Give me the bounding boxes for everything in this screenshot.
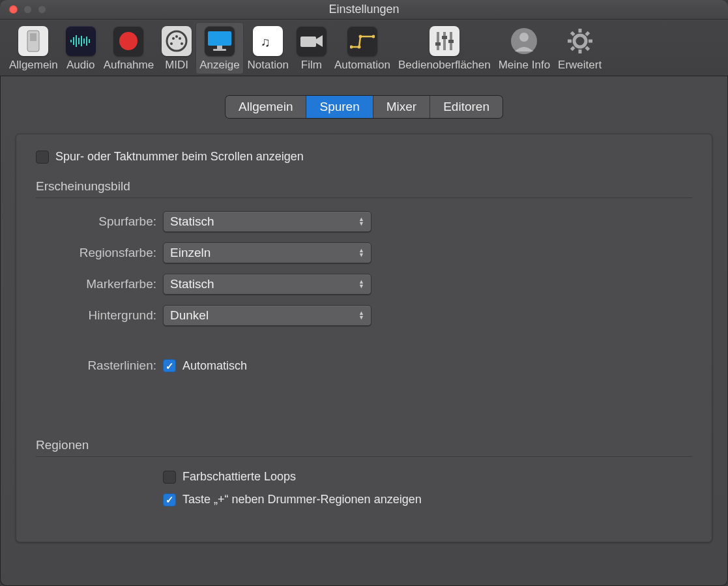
scroll-number-checkbox[interactable] (36, 151, 49, 164)
svg-rect-29 (443, 32, 446, 50)
svg-line-42 (571, 33, 574, 35)
regions-header: Regionen (36, 438, 692, 452)
switch-icon (18, 26, 48, 56)
wave-icon (66, 26, 96, 56)
background-label: Hintergrund: (36, 308, 163, 323)
toolbar-item-general[interactable]: Allgemein (5, 22, 62, 74)
svg-rect-6 (81, 36, 82, 46)
svg-text:♫: ♫ (261, 35, 270, 49)
svg-rect-3 (73, 37, 74, 45)
camera-icon (297, 26, 327, 56)
toolbar-item-display[interactable]: Anzeige (196, 22, 243, 74)
svg-point-27 (371, 35, 375, 38)
toolbar-item-film[interactable]: Film (293, 22, 330, 74)
toolbar-label: Aufnahme (104, 59, 154, 72)
region-color-select[interactable]: Einzeln ▲▼ (163, 242, 371, 263)
marker-color-select[interactable]: Statisch ▲▼ (163, 274, 371, 295)
chevron-updown-icon: ▲▼ (358, 311, 364, 320)
scroll-number-row: Spur- oder Taktnummer beim Scrollen anze… (36, 150, 692, 164)
preferences-window: Einstellungen AllgemeinAudioAufnahmeMIDI… (0, 0, 728, 586)
svg-rect-31 (435, 42, 441, 46)
svg-point-36 (574, 35, 586, 47)
svg-point-35 (519, 33, 529, 42)
minimize-button[interactable] (23, 5, 32, 14)
toolbar-item-audio[interactable]: Audio (62, 22, 100, 74)
svg-point-24 (350, 46, 353, 49)
tab-editors[interactable]: Editoren (430, 96, 502, 118)
curve-icon (347, 26, 377, 56)
plus_drummer-row: Taste „+“ neben Drummer-Regionen anzeige… (163, 493, 692, 506)
close-button[interactable] (9, 5, 18, 14)
tab-mixer[interactable]: Mixer (373, 96, 430, 118)
gridlines-checkbox[interactable] (163, 359, 176, 372)
settings-panel: Spur- oder Taktnummer beim Scrollen anze… (16, 134, 712, 542)
shaded_loops-row: Farbschattierte Loops (163, 470, 692, 484)
toolbar-item-advanced[interactable]: Erweitert (554, 22, 605, 74)
chevron-updown-icon: ▲▼ (358, 248, 364, 257)
marker-color-value: Statisch (170, 277, 214, 291)
toolbar-label: Meine Info (499, 59, 550, 72)
track-color-value: Statisch (170, 214, 214, 229)
region-color-label: Regionsfarbe: (36, 246, 163, 260)
svg-point-10 (119, 32, 138, 50)
plus_drummer-checkbox[interactable] (163, 493, 176, 506)
gridlines-value-label: Automatisch (182, 359, 247, 373)
background-row: Hintergrund: Dunkel ▲▼ (36, 305, 692, 326)
svg-rect-5 (78, 38, 80, 44)
tab-tracks[interactable]: Spuren (306, 96, 373, 118)
toolbar-label: Bedienoberflächen (398, 59, 491, 72)
gridlines-row: Rasterlinien: Automatisch (36, 359, 692, 373)
svg-rect-9 (89, 39, 90, 43)
toolbar-label: Film (301, 59, 322, 72)
svg-rect-22 (300, 37, 316, 47)
divider (36, 198, 692, 198)
svg-rect-7 (83, 38, 85, 44)
gear-icon (565, 26, 595, 56)
shaded_loops-checkbox[interactable] (163, 471, 176, 484)
toolbar-item-myinfo[interactable]: Meine Info (495, 22, 554, 74)
background-value: Dunkel (170, 308, 209, 323)
toolbar-label: Anzeige (199, 59, 239, 72)
track-color-select[interactable]: Statisch ▲▼ (163, 211, 371, 232)
background-select[interactable]: Dunkel ▲▼ (163, 305, 371, 326)
divider (36, 456, 692, 457)
note-icon: ♫ (253, 26, 283, 56)
svg-line-44 (586, 33, 589, 35)
toolbar-item-surfaces[interactable]: Bedienoberflächen (394, 22, 495, 74)
region-checks: Farbschattierte LoopsTaste „+“ neben Dru… (163, 470, 692, 506)
track-color-label: Spurfarbe: (36, 214, 163, 229)
svg-line-40 (571, 47, 574, 50)
tab-general[interactable]: Allgemein (226, 96, 306, 118)
toolbar-label: Automation (334, 59, 390, 72)
svg-point-13 (172, 37, 175, 40)
toolbar-item-automation[interactable]: Automation (330, 22, 394, 74)
avatar-icon (509, 26, 539, 56)
toolbar-item-record[interactable]: Aufnahme (100, 22, 158, 74)
svg-point-11 (167, 31, 186, 51)
toolbar-item-midi[interactable]: MIDI (158, 22, 196, 74)
content-area: AllgemeinSpurenMixerEditoren Spur- oder … (0, 76, 728, 558)
svg-point-16 (181, 42, 183, 45)
svg-point-15 (179, 37, 181, 40)
marker-color-row: Markerfarbe: Statisch ▲▼ (36, 274, 692, 295)
chevron-updown-icon: ▲▼ (358, 280, 364, 289)
svg-marker-23 (316, 35, 323, 47)
toolbar-item-notation[interactable]: ♫Notation (244, 22, 293, 74)
svg-rect-1 (30, 33, 36, 41)
svg-point-14 (175, 35, 178, 38)
svg-rect-33 (448, 40, 454, 43)
tab-bar: AllgemeinSpurenMixerEditoren (16, 96, 712, 118)
svg-rect-28 (437, 32, 439, 50)
svg-rect-17 (208, 31, 231, 46)
svg-point-26 (358, 35, 362, 38)
window-controls (0, 5, 46, 14)
svg-line-38 (586, 47, 589, 50)
svg-rect-32 (442, 36, 447, 39)
plus_drummer-label: Taste „+“ neben Drummer-Regionen anzeige… (182, 493, 422, 506)
titlebar: Einstellungen (0, 0, 728, 20)
maximize-button[interactable] (38, 5, 46, 14)
svg-rect-18 (217, 46, 222, 49)
region-color-row: Regionsfarbe: Einzeln ▲▼ (36, 242, 692, 263)
svg-rect-19 (213, 49, 226, 51)
chevron-updown-icon: ▲▼ (358, 217, 364, 226)
